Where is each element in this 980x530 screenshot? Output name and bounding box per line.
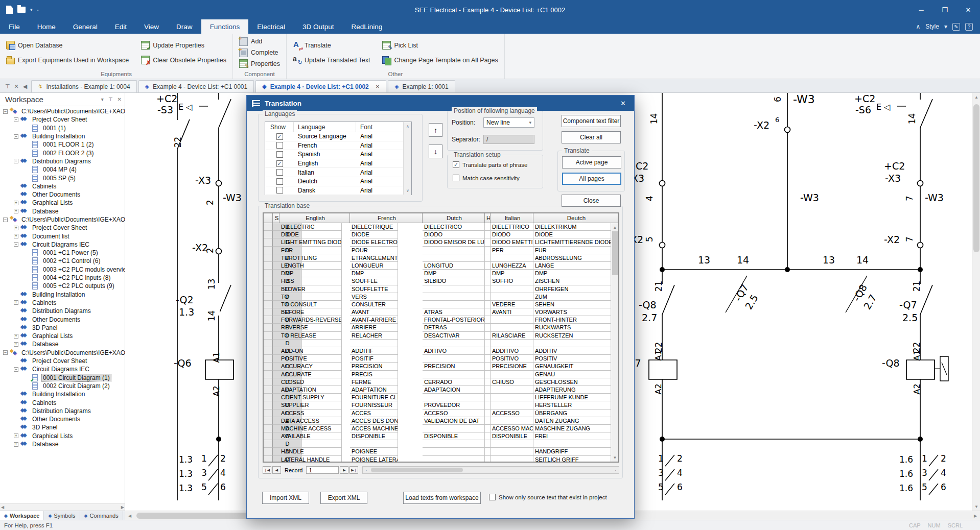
workspace-scrollbar[interactable]: ◀ ▶ — [0, 503, 125, 511]
expander-icon[interactable]: − — [14, 117, 18, 122]
row-selector[interactable] — [264, 340, 273, 347]
expander-icon[interactable]: + — [14, 342, 18, 347]
show-checkbox[interactable] — [276, 142, 283, 149]
row-selector[interactable] — [264, 238, 273, 246]
scroll-right-icon[interactable]: ▶ — [121, 505, 124, 510]
tree-item[interactable]: −Cabinets — [0, 398, 125, 406]
scroll-left-icon[interactable]: ‹ — [363, 467, 370, 474]
tree-item[interactable]: −0001 +C1 Power (5) — [0, 249, 125, 257]
translation-row[interactable]: DADAPTATIONADAPTATIONADAPTACIONADAPTIERU… — [264, 386, 618, 394]
tree-item[interactable]: −0004 MP (4) — [0, 165, 125, 174]
row-selector[interactable] — [264, 401, 273, 409]
maximize-button[interactable]: ❐ — [933, 0, 956, 19]
clear-all-button[interactable]: Clear all — [562, 131, 621, 143]
panel-close-icon[interactable]: ✕ — [118, 97, 122, 102]
column-header[interactable]: S — [273, 213, 279, 223]
translation-row[interactable]: DDIELECTRICDIELECTRIQUEDIELECTRICODIELET… — [264, 223, 618, 231]
panel-tab-commands[interactable]: ◆Commands — [80, 511, 123, 520]
tree-item[interactable]: −Other Documents — [0, 315, 125, 323]
translation-row[interactable]: DBEFOREAVANTATRASAVANTIVORWARTS — [264, 308, 618, 316]
panel-tab-symbols[interactable]: ◆Symbols — [44, 511, 80, 520]
export-xml-button[interactable]: Export XML — [320, 492, 367, 504]
tree-item[interactable]: −0005 +C2 PLC outputs (9) — [0, 282, 125, 290]
export-equipments-button[interactable]: Export Equipments Used in Workspace — [4, 56, 131, 65]
expander-icon[interactable]: + — [14, 226, 18, 230]
expander-icon[interactable]: − — [3, 218, 8, 222]
row-selector[interactable] — [264, 386, 273, 394]
update-translated-text-button[interactable]: Update Translated Text — [291, 55, 372, 65]
next-record-button[interactable]: ▶ — [340, 466, 348, 474]
translation-row[interactable]: DTHROTTLINGETRANGLEMENTABDROSSELUNG — [264, 254, 618, 262]
translation-row[interactable]: DSUPPLIERFOURNISSEURPROVEEDORHERSTELLER — [264, 401, 618, 409]
tree-item[interactable]: +Database — [0, 440, 125, 448]
translation-row[interactable]: DCLIENT SUPPLYFOURNITURE CLIENTLIEFERUMF… — [264, 394, 618, 401]
tree-item[interactable]: −3D Panel — [0, 324, 125, 332]
translation-row[interactable]: DACCURATEPRECISGENAU — [264, 371, 618, 378]
tree-item[interactable]: −Project Cover Sheet — [0, 357, 125, 365]
update-properties-button[interactable]: Update Properties — [139, 40, 228, 50]
match-case-option[interactable]: Match case sensitivity — [453, 175, 520, 181]
column-header[interactable]: French — [350, 213, 423, 223]
tree-item[interactable]: +Graphical Lists — [0, 199, 125, 207]
language-row[interactable]: DanskArial — [265, 186, 411, 196]
properties-button[interactable]: Properties — [237, 59, 282, 68]
translate-parts-option[interactable]: ✓ Translate parts of phrase — [453, 161, 527, 168]
language-row[interactable]: ItalianArial — [265, 168, 411, 177]
document-tab[interactable]: ↯Installations - Example 1: 0004 — [31, 80, 136, 92]
expander-icon[interactable]: − — [14, 159, 18, 163]
change-page-template-button[interactable]: Change Page Template on All Pages — [380, 55, 500, 65]
menu-item-redlining[interactable]: RedLining — [342, 19, 391, 34]
translation-row[interactable]: DLENGTHLONGUEURLONGITUDLUNGHEZZALÄNGE — [264, 262, 618, 270]
expander-icon[interactable]: + — [14, 209, 18, 213]
component-text-filter-button[interactable]: Component text filter — [562, 115, 621, 127]
panel-pin-icon[interactable]: ⊤ — [108, 97, 113, 102]
show-checkbox[interactable]: ✓ — [276, 133, 283, 140]
tree-item[interactable]: +Project Cover Sheet — [0, 224, 125, 232]
pick-list-button[interactable]: Pick List — [380, 40, 500, 50]
expander-icon[interactable]: + — [14, 201, 18, 205]
panel-tab-workspace[interactable]: ◆Workspace — [0, 511, 44, 520]
languages-scrollbar[interactable]: ∧ ∨ — [403, 122, 411, 195]
scroll-tabs-left-icon[interactable]: ◀ — [23, 83, 27, 90]
vertical-scroll-thumb[interactable] — [973, 104, 979, 252]
row-selector[interactable] — [264, 262, 273, 270]
language-row[interactable]: DeutchArial — [265, 177, 411, 186]
tree-item[interactable]: +Cabinets — [0, 299, 125, 307]
checkbox-icon[interactable] — [489, 494, 496, 500]
load-texts-button[interactable]: Load texts from workspace — [403, 492, 481, 504]
row-selector[interactable] — [264, 293, 273, 301]
style-caret-icon[interactable]: ▾ — [944, 23, 947, 30]
translation-row[interactable]: D — [264, 340, 618, 347]
move-language-down-button[interactable]: ↓ — [429, 144, 442, 158]
menu-item-3d-output[interactable]: 3D Output — [294, 19, 343, 34]
tree-item[interactable]: −0002 FLOOR 2 (3) — [0, 149, 125, 157]
menu-item-file[interactable]: File — [0, 19, 29, 34]
menu-item-functions[interactable]: Functions — [201, 19, 249, 34]
row-selector[interactable] — [264, 448, 273, 455]
scroll-down-icon[interactable]: ▼ — [611, 453, 619, 462]
style-menu[interactable]: Style — [925, 23, 939, 30]
row-selector[interactable] — [264, 456, 273, 463]
show-checkbox[interactable]: ✓ — [276, 160, 283, 167]
row-selector[interactable] — [264, 270, 273, 277]
language-row[interactable]: SpanishArial — [265, 150, 411, 159]
row-selector[interactable] — [264, 301, 273, 308]
scroll-left-icon[interactable]: ◀ — [125, 511, 134, 520]
tree-item[interactable]: −Circuit Diagrams IEC — [0, 240, 125, 249]
translation-row[interactable]: DDMPDMPDMPDMPDMP — [264, 270, 618, 277]
tree-item[interactable]: +Database — [0, 207, 125, 215]
show-checkbox[interactable] — [276, 169, 283, 176]
column-language[interactable]: Language — [294, 122, 356, 132]
previous-record-button[interactable]: ◀ — [272, 466, 281, 474]
translation-row[interactable]: DFORWARDS-REVERSEAVANT-ARRIEREFRONTAL-PO… — [264, 316, 618, 324]
tree-item[interactable]: −C:\Users\Public\Documents\IGE+XAO\SE — [0, 215, 125, 224]
row-selector[interactable] — [264, 409, 273, 417]
scroll-up-icon[interactable]: ▲ — [611, 223, 619, 231]
complete-button[interactable]: Complete — [237, 48, 282, 58]
translation-row[interactable]: DACCESSACCESACCESOACCESSOÜBERGANG — [264, 409, 618, 417]
translation-row[interactable]: DADD-ONADDITIFADITIVOADDITIVOADDITIV — [264, 347, 618, 355]
translation-row[interactable]: DPOSITIVEPOSITIFPOSITIVOPOSITIV — [264, 355, 618, 363]
expander-icon[interactable]: − — [14, 134, 18, 139]
translation-row[interactable]: DHISSSOUFFLESILBIDOSOFFIOZISCHEN — [264, 277, 618, 285]
language-row[interactable]: FrenchArial — [265, 141, 411, 151]
